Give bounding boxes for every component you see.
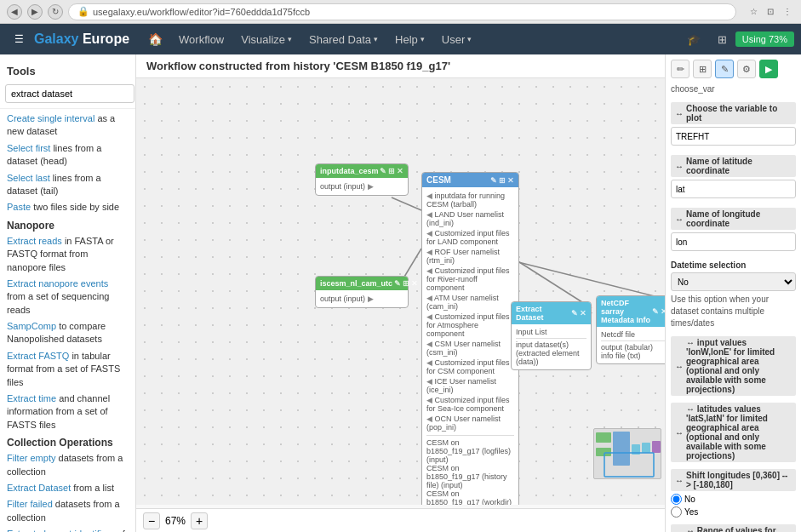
nav-help[interactable]: Help ▾ bbox=[386, 24, 433, 54]
star-icon[interactable]: ☆ bbox=[747, 5, 760, 19]
storage-badge[interactable]: Using 73% bbox=[735, 31, 794, 47]
extract-time-link[interactable]: Extract time and channel information fro… bbox=[0, 391, 135, 433]
svg-rect-8 bbox=[613, 432, 630, 466]
node-cesm-edit-icon[interactable]: ✎ bbox=[490, 176, 497, 185]
workflow-canvas[interactable]: inputdata_cesm_2.13_B1850_f19_g17.tar ✎ … bbox=[136, 78, 665, 505]
filter-failed-link[interactable]: Filter failed datasets from a collection bbox=[0, 496, 135, 526]
main-content: Workflow constructed from history 'CESM … bbox=[136, 54, 665, 532]
search-input[interactable] bbox=[5, 84, 134, 103]
node-edit-icon[interactable]: ✎ bbox=[380, 167, 386, 175]
nav-shared-data[interactable]: Shared Data ▾ bbox=[300, 24, 386, 54]
node-netcdf-meta-header: NetCDF sarray Metadata Info ✎ ✕ bbox=[597, 296, 665, 327]
extract-element-link[interactable]: Extract element identifiers of a list co… bbox=[0, 526, 135, 532]
node-cesm-copy-icon[interactable]: ⊞ bbox=[499, 176, 506, 185]
rp-shift-no-radio[interactable] bbox=[671, 494, 682, 505]
galaxy-navbar: ☰ Galaxy Europe 🏠 Workflow Visualize ▾ S… bbox=[0, 24, 801, 54]
node-inputdata-header: inputdata_cesm_2.13_B1850_f19_g17.tar ✎ … bbox=[316, 164, 408, 178]
node-inputdata[interactable]: inputdata_cesm_2.13_B1850_f19_g17.tar ✎ … bbox=[315, 163, 409, 196]
node-copy-icon[interactable]: ⊞ bbox=[388, 167, 395, 175]
rp-section-lats-latn: ↔ ↔ latitudes values 'latS,latN' for lim… bbox=[671, 403, 796, 462]
node-iscesm-delete-icon[interactable]: ✕ bbox=[411, 279, 418, 288]
rp-settings-btn[interactable]: ⚙ bbox=[737, 60, 756, 78]
refresh-button[interactable]: ↻ bbox=[48, 4, 63, 20]
node-cesm-header: CESM ✎ ⊞ ✕ bbox=[422, 173, 518, 187]
nav-workflow[interactable]: Workflow bbox=[170, 24, 232, 54]
create-interval-link[interactable]: Create single interval as a new dataset bbox=[0, 111, 135, 140]
rp-trefht-input[interactable] bbox=[671, 127, 796, 146]
rp-lat-input[interactable] bbox=[671, 180, 796, 198]
menu-icon[interactable]: ⋮ bbox=[781, 5, 794, 19]
rp-section-datetime: Datetime selection No Yes Use this optio… bbox=[671, 260, 796, 329]
rp-datetime-select[interactable]: No Yes bbox=[671, 272, 796, 291]
nav-graduation[interactable]: 🎓 bbox=[678, 24, 709, 54]
rp-lon-input[interactable] bbox=[671, 232, 796, 251]
rp-grid-btn[interactable]: ⊞ bbox=[693, 60, 712, 78]
nav-grid[interactable]: ⊞ bbox=[709, 24, 735, 54]
nav-user[interactable]: User ▾ bbox=[433, 24, 480, 54]
select-first-link[interactable]: Select first lines from a dataset (head) bbox=[0, 140, 135, 170]
home-button[interactable]: 🏠 bbox=[143, 27, 167, 51]
node-netcdf-meta[interactable]: NetCDF sarray Metadata Info ✎ ✕ Netcdf f… bbox=[596, 295, 665, 364]
extract-fastq-link[interactable]: Extract FASTQ in tabular format from a s… bbox=[0, 348, 135, 391]
svg-rect-9 bbox=[596, 448, 611, 456]
rp-datetime-desc: Use this option when your dataset contai… bbox=[671, 294, 796, 329]
galaxy-brand[interactable]: Galaxy Europe bbox=[34, 31, 129, 47]
extract-dataset-link[interactable]: Extract Dataset from a list bbox=[0, 480, 135, 496]
rp-edit-btn[interactable]: ✏ bbox=[671, 60, 689, 78]
rp-description: choose_var bbox=[671, 83, 796, 95]
url-text: usegalaxy.eu/workflow/editor?id=760eddda… bbox=[93, 7, 310, 17]
lock-icon: 🔒 bbox=[77, 6, 89, 17]
rp-shift-yes-label[interactable]: Yes bbox=[671, 506, 796, 518]
rp-section-lon: ↔ Name of longitude coordinate bbox=[671, 208, 796, 254]
node-iscesm[interactable]: iscesm_nl_cam_utc ✎ ⊞ ✕ output (input) bbox=[315, 276, 409, 308]
node-delete-icon[interactable]: ✕ bbox=[397, 167, 403, 175]
svg-rect-12 bbox=[652, 441, 661, 453]
zoom-level: 67% bbox=[165, 515, 186, 527]
node-extract-header: Extract Dataset ✎ ✕ bbox=[512, 302, 591, 324]
workflow-header: Workflow constructed from history 'CESM … bbox=[136, 54, 665, 78]
node-extract-edit-icon[interactable]: ✎ bbox=[571, 309, 578, 317]
left-sidebar: Tools ✕ Create single interval as a new … bbox=[0, 54, 136, 532]
rp-shift-no-label[interactable]: No bbox=[671, 494, 796, 505]
node-extract-delete-icon[interactable]: ✕ bbox=[580, 309, 586, 317]
zoom-bar: − 67% + bbox=[136, 508, 665, 532]
rp-config-btn[interactable]: ✎ bbox=[715, 60, 734, 78]
rp-datetime-label: Datetime selection bbox=[671, 260, 796, 270]
zoom-in-button[interactable]: + bbox=[191, 512, 208, 529]
select-last-link[interactable]: Select last lines from a dataset (tail) bbox=[0, 170, 135, 200]
hamburger-menu[interactable]: ☰ bbox=[7, 27, 31, 51]
sampcomp-link[interactable]: SampComp to compare Nanopolished dataset… bbox=[0, 318, 135, 348]
ext-icon[interactable]: ⊡ bbox=[764, 5, 777, 19]
node-iscesm-edit-icon[interactable]: ✎ bbox=[394, 279, 401, 288]
rp-section-lat: ↔ Name of latitude coordinate bbox=[671, 155, 796, 201]
right-panel: ✏ ⊞ ✎ ⚙ ▶ choose_var ↔ Choose the variab… bbox=[665, 54, 801, 532]
rp-section-range: ↔ ↔ Range of values for plotting e.g. mi… bbox=[671, 524, 796, 532]
zoom-out-button[interactable]: − bbox=[143, 512, 160, 529]
node-extract-dataset[interactable]: Extract Dataset ✎ ✕ Input List input dat… bbox=[511, 301, 592, 370]
nanopore-header: Nanopore bbox=[0, 216, 135, 233]
filter-empty-link[interactable]: Filter empty datasets from a collection bbox=[0, 450, 135, 480]
node-iscesm-copy-icon[interactable]: ⊞ bbox=[403, 279, 409, 288]
node-cesm[interactable]: CESM ✎ ⊞ ✕ inputdata for running CESM (t… bbox=[421, 172, 519, 505]
node-meta-edit-icon[interactable]: ✎ bbox=[652, 307, 659, 316]
node-iscesm-header: iscesm_nl_cam_utc ✎ ⊞ ✕ bbox=[316, 277, 408, 290]
rp-run-btn[interactable]: ▶ bbox=[759, 60, 778, 78]
node-meta-delete-icon[interactable]: ✕ bbox=[661, 307, 665, 316]
browser-bar: ◀ ▶ ↻ 🔒 usegalaxy.eu/workflow/editor?id=… bbox=[0, 0, 801, 24]
collection-ops-header: Collection Operations bbox=[0, 433, 135, 450]
node-output-port: output (input) bbox=[320, 181, 403, 192]
forward-button[interactable]: ▶ bbox=[27, 4, 43, 20]
nav-visualize[interactable]: Visualize ▾ bbox=[232, 24, 300, 54]
rp-shift-yes-radio[interactable] bbox=[671, 506, 682, 518]
main-layout: Tools ✕ Create single interval as a new … bbox=[0, 54, 801, 532]
paste-link[interactable]: Paste two files side by side bbox=[0, 199, 135, 215]
extract-events-link[interactable]: Extract nanopore events from a set of se… bbox=[0, 276, 135, 318]
svg-rect-7 bbox=[596, 432, 611, 443]
svg-rect-11 bbox=[642, 443, 650, 453]
rp-section-shift-lon: ↔ Shift longitudes [0,360] --> [-180,180… bbox=[671, 469, 796, 518]
node-cesm-delete-icon[interactable]: ✕ bbox=[507, 176, 514, 185]
url-bar[interactable]: 🔒 usegalaxy.eu/workflow/editor?id=760edd… bbox=[68, 3, 736, 20]
back-button[interactable]: ◀ bbox=[7, 4, 22, 20]
rp-shift-radio-group: No Yes bbox=[671, 494, 796, 518]
extract-reads-link[interactable]: Extract reads in FASTA or FASTQ format f… bbox=[0, 233, 135, 276]
